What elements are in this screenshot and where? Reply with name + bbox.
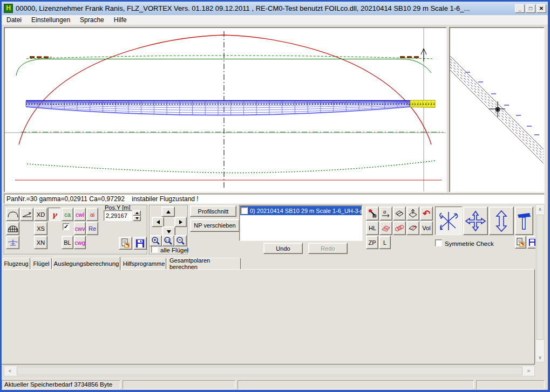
- panel-red-button[interactable]: [379, 221, 392, 235]
- planform-plot-panel[interactable]: [4, 27, 447, 192]
- np-verschieben-button[interactable]: NP verschieben: [190, 219, 240, 232]
- front-view-button[interactable]: [6, 236, 19, 249]
- menu-datei[interactable]: Datei: [2, 15, 26, 25]
- ai-button[interactable]: ai: [86, 208, 98, 221]
- pos-y-input[interactable]: [104, 210, 132, 221]
- vertical-scroll-thumb[interactable]: [537, 215, 544, 340]
- tab-content-panel: [2, 269, 535, 365]
- tab-auslegungsberechnung[interactable]: Auslegungsberechnung: [52, 257, 120, 270]
- tab-hilfsprogramme[interactable]: Hilfsprogramme: [121, 258, 166, 270]
- wing-listbox[interactable]: 0) 20210414 SB10 29 m Scale 1-6_UH-3-pri: [239, 205, 363, 241]
- ca-display-checkbox[interactable]: [63, 223, 70, 230]
- zoom-in-button[interactable]: [150, 235, 162, 246]
- scroll-left-icon[interactable]: <: [4, 366, 16, 376]
- statusbar-panel-4: [476, 380, 545, 389]
- cwi-button[interactable]: cwi: [74, 208, 86, 221]
- window-border-bottom: [0, 390, 550, 392]
- wing-list-item[interactable]: 0) 20210414 SB10 29 m Scale 1-6_UH-3-pri: [240, 206, 362, 215]
- vol-button[interactable]: Vol: [420, 221, 433, 235]
- scroll-right-icon[interactable]: >: [523, 366, 534, 376]
- ca-button[interactable]: ca: [62, 208, 73, 221]
- zoom-reset-button[interactable]: 1:1: [162, 235, 174, 246]
- close-button[interactable]: ✕: [537, 4, 546, 13]
- planform-view-button[interactable]: [6, 208, 19, 221]
- spin-down-icon[interactable]: [133, 216, 141, 221]
- xd-button[interactable]: XD: [34, 208, 47, 221]
- cwg-button[interactable]: cwg: [74, 236, 86, 249]
- zoom-out-button[interactable]: [174, 235, 187, 246]
- red-panel-icon: [381, 224, 391, 232]
- maximize-button[interactable]: □: [526, 4, 535, 13]
- re-button[interactable]: Re: [86, 222, 98, 235]
- profilschnitt-button[interactable]: Profilschnitt: [190, 205, 236, 217]
- undo-red-button[interactable]: ↶: [420, 207, 433, 221]
- statusbar-memory: Aktueller Speicherbedarf 3734856 Byte: [2, 380, 120, 389]
- paint-panels-button[interactable]: [366, 207, 379, 221]
- stall-marker-left: [30, 57, 51, 58]
- bl-button[interactable]: BL: [62, 236, 73, 249]
- statusbar-panel-2: [123, 380, 235, 389]
- alle-fluegel-checkbox[interactable]: [151, 246, 158, 253]
- hl-button[interactable]: HL: [366, 221, 379, 235]
- tab-gesamtpolaren[interactable]: Gesamtpolaren berechnen: [167, 258, 241, 270]
- panel-up-arrow-icon: [408, 209, 418, 218]
- redo-button[interactable]: Redo: [308, 243, 348, 254]
- spiral-button[interactable]: [393, 221, 406, 235]
- xs-button[interactable]: XS: [34, 222, 47, 235]
- move-z-button[interactable]: [489, 207, 514, 235]
- gamma-button[interactable]: γ: [48, 208, 60, 221]
- control-vertical-scrollbar[interactable]: ∧ ∨: [535, 204, 545, 362]
- red-arrow-panel-icon: [408, 224, 418, 232]
- pan-right-button[interactable]: [174, 217, 187, 227]
- xn-button[interactable]: XN: [34, 236, 47, 249]
- crosshair-icon: [489, 101, 505, 117]
- plane-front-icon: [8, 238, 18, 247]
- svg-text:α: α: [383, 209, 386, 215]
- zp-button[interactable]: ZP: [366, 236, 378, 249]
- save-button[interactable]: [133, 237, 147, 250]
- undo-button[interactable]: Undo: [263, 243, 303, 254]
- scroll-down-icon[interactable]: ∨: [536, 353, 544, 362]
- mesh-view-button[interactable]: [6, 222, 19, 235]
- alle-fluegel-label: alle Flügel: [160, 246, 188, 254]
- profile-view-button[interactable]: [20, 208, 33, 221]
- bottom-horizontal-scrollbar[interactable]: < >: [4, 366, 535, 376]
- window-border-left: [0, 0, 2, 392]
- copy-report-2-button[interactable]: [515, 236, 526, 249]
- wing-panel-mesh: [26, 101, 410, 115]
- up-arrow-icon: [166, 210, 171, 214]
- view-3d-panel[interactable]: [449, 27, 545, 192]
- horizontal-scroll-thumb[interactable]: [17, 367, 522, 375]
- tab-flugzeug[interactable]: Flugzeug: [2, 258, 30, 270]
- menu-hilfe[interactable]: Hilfe: [109, 15, 132, 25]
- airfoil-alpha-icon: [22, 211, 32, 218]
- menu-sprache[interactable]: Sprache: [75, 15, 109, 25]
- menu-einstellungen[interactable]: Einstellungen: [26, 15, 75, 25]
- right-arrow-icon: [179, 220, 182, 224]
- rotate-3d-button[interactable]: [435, 207, 462, 235]
- minimize-button[interactable]: _: [515, 4, 525, 13]
- l-button[interactable]: L: [379, 236, 391, 249]
- move-xy-button[interactable]: [463, 207, 488, 235]
- panel-arrow-button[interactable]: [406, 221, 419, 235]
- pan-left-button[interactable]: [152, 217, 164, 227]
- window-border-right: [548, 0, 550, 392]
- pan-up-button[interactable]: [161, 207, 175, 217]
- panel-raise-button[interactable]: [406, 207, 419, 221]
- wing-item-checkbox[interactable]: [241, 207, 248, 214]
- cwv-button[interactable]: cwv: [74, 222, 86, 235]
- panel-diamond-icon: [395, 209, 404, 218]
- panel-shift-button[interactable]: [393, 207, 406, 221]
- spin-up-icon[interactable]: [133, 210, 141, 216]
- tab-fluegel[interactable]: Flügel: [31, 258, 52, 270]
- paint-grid-icon: [368, 209, 377, 218]
- panel-mesh-icon: [8, 224, 18, 232]
- scroll-up-icon[interactable]: ∧: [536, 205, 544, 214]
- symmetrie-check-checkbox[interactable]: [435, 239, 442, 246]
- copy-report-button[interactable]: [119, 237, 132, 250]
- pos-y-spinner[interactable]: [133, 210, 141, 221]
- alpha-twist-button[interactable]: α: [379, 207, 392, 221]
- title-bar[interactable]: H 00000, Lizenznehmer Frank Ranis, FLZ_V…: [2, 2, 548, 15]
- save-icon: [135, 239, 145, 248]
- tools-button[interactable]: [515, 207, 533, 235]
